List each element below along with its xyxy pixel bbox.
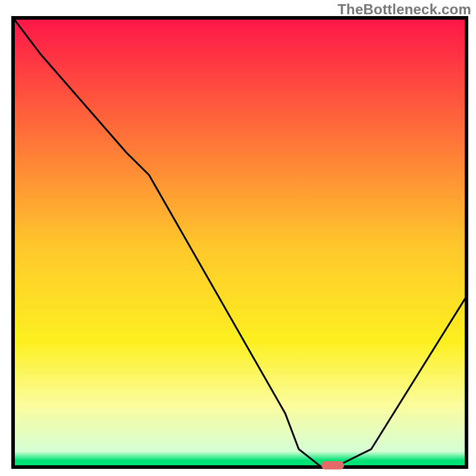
bottleneck-chart	[0, 0, 476, 476]
watermark-label: TheBottleneck.com	[337, 1, 471, 18]
optimal-marker	[321, 461, 344, 469]
chart-background	[13, 18, 466, 467]
chart-container: TheBottleneck.com	[0, 0, 476, 476]
